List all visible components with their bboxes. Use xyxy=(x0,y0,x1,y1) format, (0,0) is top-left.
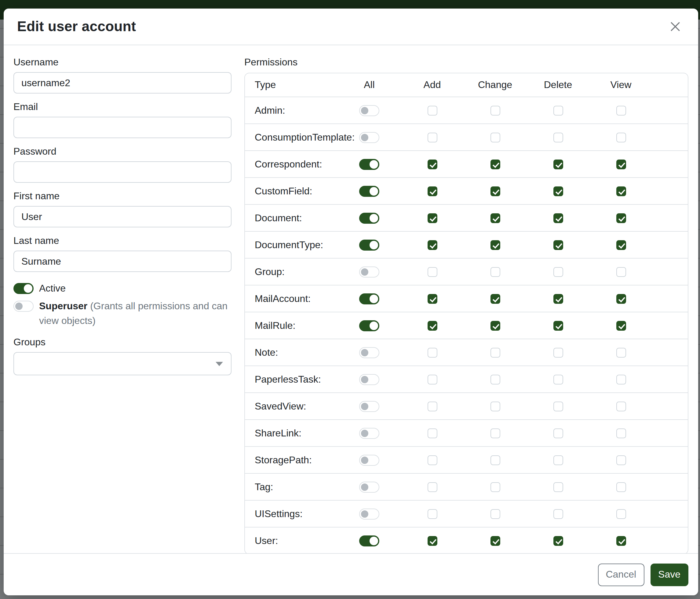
delete-checkbox[interactable] xyxy=(553,186,563,196)
cancel-button[interactable]: Cancel xyxy=(598,563,644,586)
delete-checkbox[interactable] xyxy=(553,240,563,250)
delete-checkbox[interactable] xyxy=(553,428,563,438)
delete-checkbox[interactable] xyxy=(553,455,563,465)
change-checkbox[interactable] xyxy=(490,348,500,357)
email-field[interactable] xyxy=(14,117,231,138)
view-checkbox[interactable] xyxy=(616,375,626,384)
delete-checkbox[interactable] xyxy=(553,132,563,142)
add-checkbox[interactable] xyxy=(427,455,437,465)
view-checkbox[interactable] xyxy=(616,320,626,330)
change-checkbox[interactable] xyxy=(490,105,500,115)
all-toggle[interactable] xyxy=(359,320,379,331)
all-toggle[interactable] xyxy=(359,186,379,196)
add-checkbox[interactable] xyxy=(427,482,437,492)
change-checkbox[interactable] xyxy=(490,267,500,277)
change-checkbox[interactable] xyxy=(490,375,500,384)
view-checkbox[interactable] xyxy=(616,509,626,519)
view-checkbox[interactable] xyxy=(616,401,626,411)
add-checkbox[interactable] xyxy=(427,294,437,304)
close-button[interactable] xyxy=(667,18,683,35)
all-toggle[interactable] xyxy=(359,347,379,358)
all-toggle[interactable] xyxy=(359,508,379,519)
all-toggle[interactable] xyxy=(359,481,379,492)
permission-row: DocumentType: xyxy=(245,231,688,258)
all-toggle[interactable] xyxy=(359,266,379,277)
add-checkbox[interactable] xyxy=(427,428,437,438)
view-checkbox[interactable] xyxy=(616,428,626,438)
first-name-label: First name xyxy=(14,189,231,203)
change-checkbox[interactable] xyxy=(490,132,500,142)
delete-checkbox[interactable] xyxy=(553,482,563,492)
all-toggle[interactable] xyxy=(359,239,379,250)
all-toggle[interactable] xyxy=(359,212,379,223)
change-checkbox[interactable] xyxy=(490,509,500,519)
last-name-input[interactable] xyxy=(14,250,231,272)
add-checkbox[interactable] xyxy=(427,159,437,169)
all-toggle[interactable] xyxy=(359,401,379,412)
change-checkbox[interactable] xyxy=(490,159,500,169)
password-field[interactable] xyxy=(14,161,231,183)
add-checkbox[interactable] xyxy=(427,105,437,115)
delete-checkbox[interactable] xyxy=(553,401,563,411)
view-checkbox[interactable] xyxy=(616,213,626,223)
first-name-input[interactable] xyxy=(14,206,231,227)
change-checkbox[interactable] xyxy=(490,240,500,250)
all-toggle[interactable] xyxy=(359,535,379,546)
delete-checkbox[interactable] xyxy=(553,536,563,546)
username-input[interactable] xyxy=(14,72,231,94)
all-toggle[interactable] xyxy=(359,374,379,385)
delete-checkbox[interactable] xyxy=(553,509,563,519)
change-checkbox[interactable] xyxy=(490,401,500,411)
add-checkbox[interactable] xyxy=(427,348,437,357)
add-checkbox[interactable] xyxy=(427,267,437,277)
change-checkbox[interactable] xyxy=(490,455,500,465)
all-toggle[interactable] xyxy=(359,132,379,143)
add-checkbox[interactable] xyxy=(427,240,437,250)
view-checkbox[interactable] xyxy=(616,240,626,250)
delete-checkbox[interactable] xyxy=(553,375,563,384)
active-toggle[interactable] xyxy=(14,283,33,294)
add-checkbox[interactable] xyxy=(427,375,437,384)
view-checkbox[interactable] xyxy=(616,455,626,465)
delete-checkbox[interactable] xyxy=(553,348,563,357)
delete-checkbox[interactable] xyxy=(553,213,563,223)
add-checkbox[interactable] xyxy=(427,213,437,223)
change-checkbox[interactable] xyxy=(490,428,500,438)
add-checkbox[interactable] xyxy=(427,509,437,519)
change-checkbox[interactable] xyxy=(490,482,500,492)
permission-row: Correspondent: xyxy=(245,150,688,177)
add-checkbox[interactable] xyxy=(427,186,437,196)
add-checkbox[interactable] xyxy=(427,536,437,546)
all-toggle[interactable] xyxy=(359,293,379,304)
view-checkbox[interactable] xyxy=(616,159,626,169)
change-checkbox[interactable] xyxy=(490,294,500,304)
groups-select[interactable] xyxy=(14,352,231,375)
add-checkbox[interactable] xyxy=(427,320,437,330)
add-checkbox[interactable] xyxy=(427,132,437,142)
save-button[interactable]: Save xyxy=(650,563,689,586)
view-checkbox[interactable] xyxy=(616,482,626,492)
change-checkbox[interactable] xyxy=(490,186,500,196)
view-checkbox[interactable] xyxy=(616,186,626,196)
delete-checkbox[interactable] xyxy=(553,267,563,277)
change-checkbox[interactable] xyxy=(490,320,500,330)
delete-checkbox[interactable] xyxy=(553,320,563,330)
view-checkbox[interactable] xyxy=(616,132,626,142)
all-toggle[interactable] xyxy=(359,159,379,170)
all-toggle[interactable] xyxy=(359,105,379,116)
delete-checkbox[interactable] xyxy=(553,294,563,304)
all-toggle[interactable] xyxy=(359,428,379,438)
delete-checkbox[interactable] xyxy=(553,159,563,169)
view-checkbox[interactable] xyxy=(616,105,626,115)
view-checkbox[interactable] xyxy=(616,294,626,304)
add-checkbox[interactable] xyxy=(427,401,437,411)
view-checkbox[interactable] xyxy=(616,348,626,357)
view-checkbox[interactable] xyxy=(616,267,626,277)
all-toggle[interactable] xyxy=(359,454,379,465)
change-checkbox[interactable] xyxy=(490,213,500,223)
permission-row: PaperlessTask: xyxy=(245,365,688,392)
change-checkbox[interactable] xyxy=(490,536,500,546)
superuser-toggle[interactable] xyxy=(14,301,33,312)
view-checkbox[interactable] xyxy=(616,536,626,546)
delete-checkbox[interactable] xyxy=(553,105,563,115)
